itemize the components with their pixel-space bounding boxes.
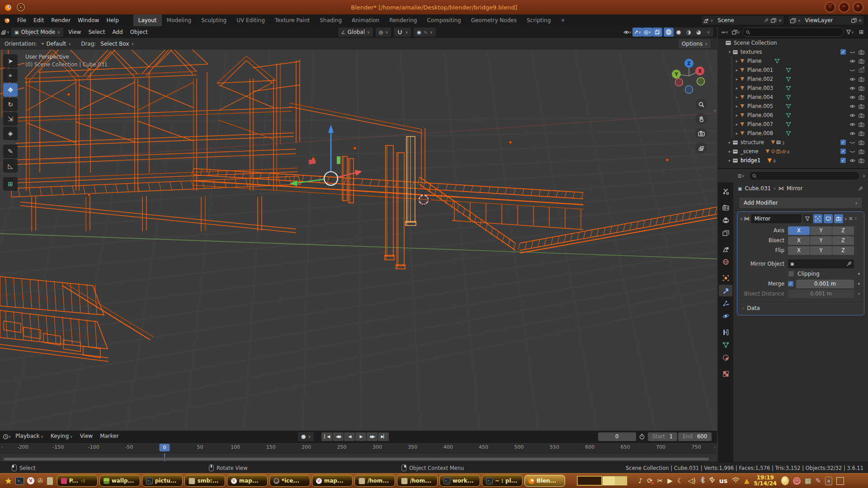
bisect-x-button[interactable]: X xyxy=(788,236,810,245)
terminal-launcher-icon[interactable]: >_ xyxy=(15,477,24,485)
expand-caret[interactable]: ▸ xyxy=(734,68,740,72)
disable-render-toggle[interactable] xyxy=(858,121,864,127)
play-button[interactable]: ▶ xyxy=(355,432,366,441)
disable-render-toggle[interactable] xyxy=(858,112,864,118)
data-subpanel[interactable]: ›Data xyxy=(737,302,864,311)
task-button-smb[interactable]: smb:... xyxy=(184,475,225,487)
taskbar-clock[interactable]: 19:19 5/14/24 xyxy=(754,475,777,487)
menu-file[interactable]: File xyxy=(14,14,30,26)
music-icon[interactable]: ♪ xyxy=(638,477,643,485)
tool-annotate[interactable]: ✎ xyxy=(3,145,18,158)
xray-toggle[interactable] xyxy=(652,28,662,37)
usb-icon[interactable] xyxy=(709,476,715,485)
tool-measure[interactable]: ◺ xyxy=(3,159,18,173)
egg-timer-icon[interactable] xyxy=(781,476,789,485)
modifier-extras-dropdown[interactable]: ∨ xyxy=(844,217,847,221)
bisect-distance-field[interactable]: 0.001 m xyxy=(788,290,854,298)
tool-tweak-select[interactable]: ➤ xyxy=(3,54,18,68)
snap-toggle[interactable]: ∨ xyxy=(394,28,411,37)
hide-viewport-toggle[interactable] xyxy=(849,94,855,100)
media-player-launcher-icon[interactable]: V xyxy=(27,477,34,484)
blender-menu-icon[interactable] xyxy=(3,17,11,23)
editor-type-button[interactable]: ∨ xyxy=(2,432,12,441)
tab-compositing[interactable]: Compositing xyxy=(422,14,466,26)
task-button-map[interactable]: Vmap... xyxy=(227,475,268,487)
timeline-track[interactable] xyxy=(0,453,717,461)
orientation-default-dropdown[interactable]: ⌖Default∨ xyxy=(38,39,74,48)
outliner-row-plane-002[interactable]: ▸Plane.002 xyxy=(718,75,868,84)
tab-layout[interactable]: Layout xyxy=(133,14,162,26)
modifier-name-field[interactable]: Mirror xyxy=(751,214,802,223)
unlink-icon[interactable]: ✕ xyxy=(778,18,782,23)
overlays-toggle[interactable]: ◎∨ xyxy=(642,28,652,37)
file-cabinet-launcher-icon[interactable] xyxy=(47,477,53,485)
tool-scale[interactable]: ⇲ xyxy=(3,112,18,126)
play-reverse-button[interactable]: ◀ xyxy=(344,432,355,441)
task-button-wallp[interactable]: wallp... xyxy=(99,475,140,487)
orientation-dropdown[interactable]: ∠Global∨ xyxy=(338,28,373,37)
properties-tab-physics[interactable] xyxy=(719,310,732,322)
shading-wireframe-button[interactable] xyxy=(664,28,674,37)
tab-sculpting[interactable]: Sculpting xyxy=(196,14,231,26)
hide-viewport-toggle[interactable] xyxy=(849,76,855,82)
shading-rendered-button[interactable]: ◕ xyxy=(693,28,703,37)
properties-tab-object-data[interactable] xyxy=(719,339,732,351)
timeline-menu-view[interactable]: View xyxy=(76,430,96,443)
sidebar-collapse-chevron[interactable]: ‹ xyxy=(714,108,716,114)
outliner-row-plane-008[interactable]: ▸Plane.008 xyxy=(718,129,868,138)
timeline-menu-marker[interactable]: Marker xyxy=(96,430,122,443)
updates-icon[interactable]: ⟳ xyxy=(647,477,653,485)
hide-viewport-toggle[interactable] xyxy=(849,112,855,118)
flip-y-button[interactable]: Y xyxy=(810,246,832,255)
outliner-row-plane-005[interactable]: ▸Plane.005 xyxy=(718,102,868,111)
hide-viewport-toggle[interactable] xyxy=(849,139,855,145)
outliner-row-plane-006[interactable]: ▸Plane.006 xyxy=(718,111,868,120)
frame-start-field[interactable]: Start1 xyxy=(648,432,677,441)
camera-view-icon[interactable] xyxy=(695,127,707,139)
pin-icon[interactable] xyxy=(764,18,769,23)
pan-hand-icon[interactable] xyxy=(695,113,707,125)
dictionary-icon[interactable]: a xyxy=(825,477,832,485)
expand-caret[interactable]: ▸ xyxy=(727,158,732,163)
expand-caret[interactable]: ▸ xyxy=(734,131,740,136)
expand-caret[interactable]: ▸ xyxy=(727,140,732,145)
add-workspace-button[interactable]: + xyxy=(556,14,570,26)
workspace-2[interactable] xyxy=(602,476,627,486)
workspace-pager[interactable] xyxy=(577,476,627,486)
video-editor-launcher-icon[interactable]: ✇ xyxy=(38,477,43,485)
menu-render[interactable]: Render xyxy=(47,14,74,26)
disable-render-toggle[interactable] xyxy=(858,49,864,55)
disable-render-toggle[interactable] xyxy=(858,58,864,64)
bisect-z-button[interactable]: Z xyxy=(832,236,854,245)
tab-modeling[interactable]: Modeling xyxy=(162,14,197,26)
hide-viewport-toggle[interactable] xyxy=(849,157,855,164)
flip-x-button[interactable]: X xyxy=(788,246,810,255)
hide-viewport-toggle[interactable] xyxy=(849,121,855,127)
bisect-y-button[interactable]: Y xyxy=(810,236,832,245)
outliner-row-bridge1[interactable]: ▸bridge19✓ xyxy=(718,156,868,165)
prev-keyframe-button[interactable]: ◀▪ xyxy=(333,432,344,441)
show-in-editmode-toggle[interactable] xyxy=(813,214,822,223)
properties-tab-object[interactable] xyxy=(719,272,732,284)
axis-navigation-gizmo[interactable]: Z Y X xyxy=(668,56,710,96)
properties-tab-modifiers[interactable] xyxy=(719,285,732,296)
use-preview-range-icon[interactable] xyxy=(639,433,645,440)
shading-solid-button[interactable]: ● xyxy=(674,28,684,37)
editor-type-button[interactable]: ☰∨ xyxy=(736,171,746,180)
properties-search-input[interactable] xyxy=(749,171,860,180)
task-button-work[interactable]: >_work... xyxy=(439,475,480,487)
viewport-menu-select[interactable]: Select xyxy=(85,26,108,38)
nightlight-icon[interactable]: ☾ xyxy=(677,477,683,485)
task-button-pictu[interactable]: >_pictu... xyxy=(142,475,183,487)
bluetooth-icon[interactable] xyxy=(700,476,705,485)
disable-render-toggle[interactable] xyxy=(858,139,864,145)
hide-viewport-toggle[interactable] xyxy=(849,148,855,155)
expand-caret[interactable]: ▸ xyxy=(734,59,740,63)
axis-x-button[interactable]: X xyxy=(788,226,810,235)
properties-tab-output[interactable] xyxy=(719,214,732,226)
tool-transform[interactable]: ◈ xyxy=(3,127,18,140)
tool-move[interactable]: ✥ xyxy=(3,83,18,97)
hide-viewport-toggle[interactable] xyxy=(849,49,855,55)
viewport-menu-view[interactable]: View xyxy=(65,26,85,38)
smiley-icon[interactable]: ☺ xyxy=(793,477,801,485)
